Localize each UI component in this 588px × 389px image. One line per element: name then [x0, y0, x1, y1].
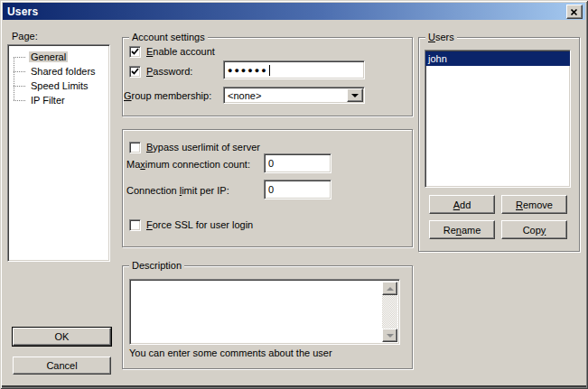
tree-item-ip-filter[interactable]: IP Filter: [14, 93, 109, 107]
description-textarea[interactable]: [129, 279, 400, 345]
ok-button[interactable]: OK: [13, 328, 111, 346]
remove-button[interactable]: Remove: [501, 195, 567, 214]
tree-item-label[interactable]: Shared folders: [29, 66, 98, 77]
description-hint: You can enter some comments about the us…: [129, 347, 332, 358]
window-title: Users: [3, 5, 38, 18]
password-input[interactable]: ●●●●●●: [223, 60, 365, 79]
scroll-down-button[interactable]: [382, 329, 397, 342]
account-settings-title: Account settings: [129, 32, 208, 42]
connection-limit-ip-value: 0: [268, 184, 274, 195]
enable-account-row[interactable]: Enable account: [129, 45, 215, 58]
close-button[interactable]: [566, 5, 583, 19]
force-ssl-checkbox[interactable]: [129, 219, 141, 231]
dropdown-button[interactable]: [347, 88, 363, 102]
users-group-title: Users: [425, 32, 457, 42]
tree-stub: [14, 99, 25, 101]
tree-stub: [14, 56, 25, 58]
page-tree[interactable]: General Shared folders Speed Limits IP F…: [7, 44, 110, 262]
check-icon: [131, 68, 139, 76]
description-title: Description: [129, 260, 184, 271]
check-icon: [131, 48, 139, 56]
titlebar: Users: [3, 3, 585, 20]
bypass-userlimit-checkbox[interactable]: [129, 142, 141, 153]
enable-account-label[interactable]: Enable account: [146, 46, 215, 57]
users-dialog: Users Page: General Shared folders Speed…: [0, 0, 588, 389]
max-connection-label: Maximum connection count:: [126, 159, 250, 170]
tree-item-label[interactable]: General: [29, 51, 68, 62]
connection-limit-ip-label: Connection limit per IP:: [126, 185, 229, 196]
scroll-up-button[interactable]: [382, 282, 397, 295]
tree-item-label[interactable]: IP Filter: [29, 95, 67, 106]
close-icon: [571, 9, 578, 15]
group-membership-value: <none>: [228, 90, 261, 101]
password-dots: ●●●●●●: [228, 66, 268, 75]
password-label[interactable]: Password:: [146, 66, 192, 77]
tree-stub: [14, 70, 25, 72]
tree-item-label[interactable]: Speed Limits: [29, 80, 90, 91]
tree-item-shared-folders[interactable]: Shared folders: [14, 64, 109, 79]
chevron-down-icon: [351, 94, 359, 97]
force-ssl-row[interactable]: Force SSL for user login: [129, 218, 253, 231]
tree-item-general[interactable]: General: [14, 50, 109, 64]
password-checkbox[interactable]: [129, 66, 141, 78]
add-button[interactable]: Add: [429, 195, 495, 214]
rename-button[interactable]: Rename: [429, 220, 495, 239]
group-membership-label: Group membership:: [124, 90, 211, 101]
cancel-button[interactable]: Cancel: [13, 357, 111, 375]
page-label: Page:: [12, 31, 38, 42]
password-row[interactable]: Password:: [129, 65, 192, 78]
tree-item-speed-limits[interactable]: Speed Limits: [14, 79, 109, 93]
arrow-down-icon: [387, 334, 394, 338]
bypass-userlimit-label[interactable]: Bypass userlimit of server: [146, 142, 260, 153]
bypass-userlimit-row[interactable]: Bypass userlimit of server: [129, 141, 260, 153]
max-connection-input[interactable]: 0: [264, 153, 331, 173]
force-ssl-label[interactable]: Force SSL for user login: [146, 219, 253, 230]
copy-button[interactable]: Copy: [501, 220, 567, 239]
users-listbox[interactable]: john: [425, 50, 571, 188]
text-caret: [269, 65, 270, 76]
connection-limit-ip-input[interactable]: 0: [264, 180, 331, 199]
user-list-item[interactable]: john: [425, 51, 570, 66]
max-connection-value: 0: [268, 158, 274, 169]
user-name: john: [428, 53, 447, 64]
enable-account-checkbox[interactable]: [129, 46, 141, 58]
group-membership-select[interactable]: <none>: [223, 87, 365, 104]
arrow-up-icon: [387, 287, 394, 291]
description-scrollbar[interactable]: [382, 282, 397, 342]
tree-stub: [14, 85, 25, 87]
